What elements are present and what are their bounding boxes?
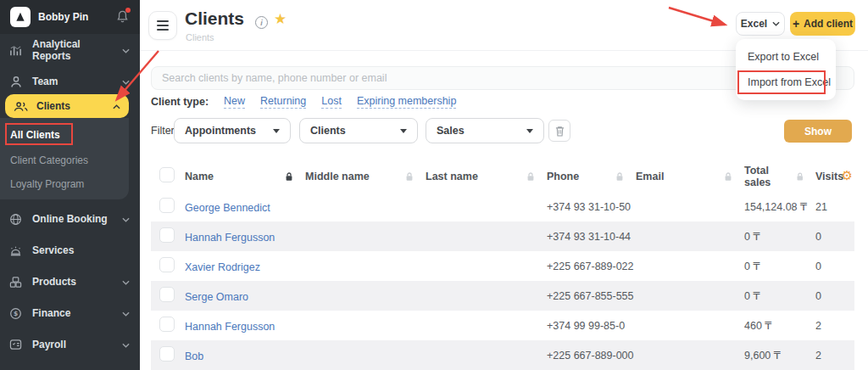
phone-cell: +374 93 31-10-50	[547, 201, 636, 213]
appointments-filter-select[interactable]: Appointments	[174, 118, 291, 143]
lock-icon[interactable]	[526, 172, 535, 182]
client-type-returning-link[interactable]: Returning	[260, 95, 306, 109]
boxes-icon	[8, 276, 23, 289]
table-body: George Bennedict +374 93 31-10-50 154,12…	[151, 192, 854, 370]
chevron-down-icon	[122, 76, 130, 87]
clients-table: Name Middle name Last name Phone Email T…	[151, 161, 854, 370]
annotation-arrow-to-excel	[669, 8, 725, 25]
table-row: Serge Omaro +225 667-855-555 0 ₸ 0	[151, 281, 854, 311]
client-name-link[interactable]: Serge Omaro	[185, 291, 248, 303]
visits-cell: 0	[815, 231, 854, 243]
phone-cell: +374 99 99-85-0	[547, 320, 636, 332]
collapse-menu-button[interactable]	[148, 11, 177, 40]
clear-filters-button[interactable]	[548, 120, 570, 142]
table-row: George Bennedict +374 93 31-10-50 154,12…	[151, 192, 854, 221]
client-type-label: Client type:	[151, 96, 209, 108]
sidebar: Bobby Pin Analytical Reports Team	[0, 0, 140, 370]
client-name-link[interactable]: Xavier Rodrigez	[185, 261, 260, 273]
account-header: Bobby Pin	[0, 0, 140, 34]
brand-logo-icon	[10, 7, 31, 27]
table-row: Bob +225 667-889-000 9,600 ₸ 2	[151, 340, 854, 370]
globe-icon	[8, 213, 23, 226]
chevron-down-icon	[122, 213, 130, 225]
trash-icon	[555, 126, 565, 137]
person-icon	[8, 76, 23, 88]
caret-down-icon	[526, 129, 533, 133]
caret-down-icon	[400, 129, 407, 133]
phone-cell: +225 667-855-555	[547, 290, 636, 302]
card-icon	[8, 339, 23, 350]
notification-bell-icon[interactable]	[116, 9, 130, 25]
phone-cell: +225 667-889-022	[547, 261, 636, 272]
table-settings-gear-icon[interactable]: ⚙	[842, 169, 853, 182]
row-checkbox[interactable]	[159, 257, 175, 272]
row-checkbox[interactable]	[159, 227, 175, 243]
sidebar-subitem-client-categories[interactable]: Client Categories	[10, 150, 122, 171]
total-sales-cell: 0 ₸	[744, 230, 815, 243]
info-icon[interactable]: i	[255, 16, 268, 29]
sales-filter-select[interactable]: Sales	[426, 118, 544, 143]
total-sales-cell: 9,600 ₸	[744, 349, 815, 362]
lock-icon[interactable]	[285, 172, 293, 182]
table-row: Hannah Fergusson +374 99 99-85-0 460 ₸ 2	[151, 311, 854, 340]
client-name-link[interactable]: Hannah Fergusson	[185, 232, 275, 244]
sidebar-item-analytical-reports[interactable]: Analytical Reports	[8, 39, 135, 61]
client-type-lost-link[interactable]: Lost	[321, 95, 342, 109]
sidebar-item-payroll[interactable]: Payroll	[8, 334, 135, 356]
menu-item-export-to-excel[interactable]: Export to Excel	[736, 44, 836, 70]
total-sales-cell: 0 ₸	[744, 289, 815, 302]
account-name: Bobby Pin	[38, 11, 116, 23]
row-checkbox[interactable]	[159, 287, 175, 302]
chevron-down-icon	[122, 307, 130, 319]
lock-icon[interactable]	[724, 172, 732, 182]
crm-clients-screen: { "sidebar": { "account_name": "Bobby Pi…	[0, 0, 868, 370]
page-title: Clients	[185, 8, 244, 29]
phone-cell: +374 93 31-10-44	[547, 231, 636, 243]
menu-item-import-from-excel[interactable]: Import from Excel	[736, 70, 836, 95]
chevron-down-icon	[122, 276, 130, 288]
chevron-down-icon	[122, 339, 130, 350]
client-name-link[interactable]: Hannah Fergusson	[185, 321, 275, 333]
add-client-button[interactable]: + Add client	[790, 12, 855, 36]
visits-cell: 2	[815, 350, 854, 362]
plus-icon: +	[793, 17, 799, 31]
visits-cell: 0	[815, 290, 854, 302]
row-checkbox[interactable]	[159, 198, 175, 213]
client-name-link[interactable]: George Bennedict	[185, 202, 270, 214]
lock-icon[interactable]	[615, 172, 624, 182]
client-type-expiring-membership-link[interactable]: Expiring membership	[357, 95, 456, 109]
total-sales-cell: 0 ₸	[744, 260, 815, 272]
chevron-down-icon	[122, 44, 130, 56]
service-bell-icon	[8, 244, 23, 256]
sidebar-subitem-loyalty-program[interactable]: Loyalty Program	[10, 174, 122, 194]
sidebar-item-services[interactable]: Services	[8, 239, 135, 261]
sidebar-item-team[interactable]: Team	[8, 70, 135, 92]
show-button[interactable]: Show	[784, 120, 852, 143]
client-name-link[interactable]: Bob	[185, 350, 203, 362]
total-sales-cell: 154,124.08 ₸	[744, 200, 815, 213]
excel-dropdown-menu: Export to Excel Import from Excel	[736, 39, 836, 100]
sidebar-item-online-booking[interactable]: Online Booking	[8, 208, 135, 230]
row-checkbox[interactable]	[159, 317, 175, 332]
chevron-down-icon	[772, 21, 780, 26]
table-row: Hannah Fergusson +374 93 31-10-44 0 ₸ 0	[151, 221, 854, 251]
notification-dot	[125, 8, 131, 13]
sidebar-item-products[interactable]: Products	[8, 271, 135, 293]
select-all-checkbox[interactable]	[159, 167, 175, 182]
lock-icon[interactable]	[796, 172, 804, 182]
sidebar-subitem-all-clients[interactable]: All Clients	[10, 125, 122, 145]
table-header-row: Name Middle name Last name Phone Email T…	[151, 161, 854, 192]
favorite-star-icon[interactable]: ★	[274, 10, 287, 28]
dollar-circle-icon: $	[8, 307, 23, 320]
clients-filter-select[interactable]: Clients	[299, 118, 418, 143]
visits-cell: 21	[815, 201, 854, 213]
excel-dropdown-button[interactable]: Excel	[736, 12, 785, 36]
sidebar-item-finance[interactable]: $ Finance	[8, 302, 135, 324]
client-type-new-link[interactable]: New	[224, 95, 245, 109]
caret-down-icon	[273, 129, 280, 133]
lock-icon[interactable]	[405, 172, 414, 182]
row-checkbox[interactable]	[159, 346, 175, 362]
sidebar-item-clients[interactable]: Clients	[5, 94, 129, 118]
visits-cell: 2	[815, 320, 854, 332]
people-icon	[14, 101, 28, 112]
